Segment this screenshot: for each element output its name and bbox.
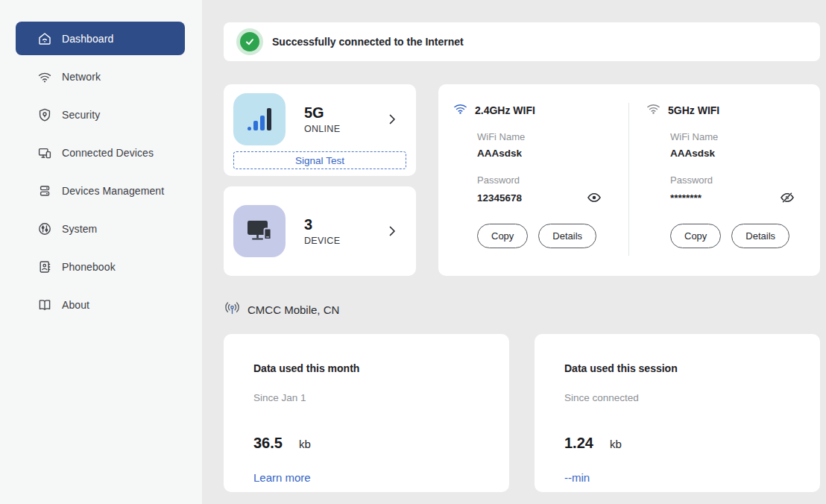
contact-book-icon — [37, 259, 52, 274]
usage-unit: kb — [610, 438, 622, 450]
screens-icon — [37, 145, 52, 160]
sidebar-item-label: Dashboard — [62, 33, 113, 45]
password-label: Password — [670, 174, 795, 186]
usage-card-session: Data used this session Since connected 1… — [535, 334, 820, 492]
server-stack-icon — [37, 183, 52, 198]
chevron-right-icon[interactable] — [385, 113, 399, 126]
device-label: DEVICE — [304, 236, 385, 246]
wifi-name-value: AAAsdsk — [670, 148, 795, 159]
usage-card-month: Data used this month Since Jan 1 36.5 kb… — [224, 334, 509, 492]
home-wifi-icon — [37, 31, 52, 46]
sidebar-item-dashboard[interactable]: Dashboard — [16, 22, 185, 55]
learn-more-link[interactable]: Learn more — [253, 471, 311, 484]
sidebar-item-devices-management[interactable]: Devices Management — [16, 174, 185, 207]
password-value: ******** — [670, 192, 702, 204]
sliders-icon — [37, 221, 52, 236]
sidebar-item-label: Devices Management — [62, 185, 164, 197]
carrier-name: CMCC Mobile, CN — [248, 303, 339, 316]
sidebar-item-about[interactable]: About — [16, 288, 185, 321]
details-button[interactable]: Details — [731, 224, 789, 248]
connection-status-banner: Successfully connected to the Internet — [224, 22, 820, 61]
sidebar-item-security[interactable]: Security — [16, 98, 185, 131]
connection-status: ONLINE — [304, 124, 385, 134]
sidebar-item-label: System — [62, 223, 97, 235]
check-circle-icon — [240, 32, 259, 51]
open-book-icon — [37, 297, 52, 312]
wifi-name-label: WiFi Name — [670, 131, 795, 142]
chevron-right-icon[interactable] — [385, 224, 399, 238]
usage-title: Data used this month — [253, 362, 509, 374]
signal-test-button[interactable]: Signal Test — [233, 151, 406, 169]
details-button[interactable]: Details — [538, 224, 596, 248]
broadcast-icon — [224, 300, 240, 319]
wifi-band-5ghz: 5GHz WIFI WiFi Name AAAsdsk Password ***… — [629, 103, 820, 276]
sidebar-item-label: Security — [62, 109, 100, 121]
connection-card: 5G ONLINE Signal Test — [224, 84, 416, 176]
sidebar: Dashboard Network Security — [0, 0, 202, 504]
wifi-name-label: WiFi Name — [477, 131, 602, 142]
wifi-icon — [37, 69, 52, 84]
sidebar-item-connected-devices[interactable]: Connected Devices — [16, 136, 185, 169]
usage-unit: kb — [299, 438, 311, 450]
wifi-card: 2.4GHz WIFI WiFi Name AAAsdsk Password 1… — [438, 84, 820, 276]
copy-button[interactable]: Copy — [477, 224, 528, 248]
sidebar-item-network[interactable]: Network — [16, 60, 185, 93]
password-value: 12345678 — [477, 192, 522, 204]
sidebar-item-label: Connected Devices — [62, 147, 154, 159]
usage-subtitle: Since connected — [564, 392, 820, 403]
banner-text: Successfully connected to the Internet — [272, 36, 464, 48]
wifi-blue-icon — [453, 103, 467, 118]
band-name: 2.4GHz WIFI — [475, 104, 535, 116]
network-type: 5G — [304, 104, 385, 122]
main-content: Successfully connected to the Internet 5… — [202, 0, 826, 504]
device-count: 3 — [304, 216, 385, 233]
devices-card: 3 DEVICE — [224, 186, 416, 276]
carrier-row: CMCC Mobile, CN — [224, 300, 820, 319]
usage-value: 36.5 — [253, 435, 283, 452]
sidebar-item-label: About — [62, 299, 89, 311]
sidebar-item-system[interactable]: System — [16, 212, 185, 245]
shield-icon — [37, 107, 52, 122]
password-label: Password — [477, 174, 602, 186]
copy-button[interactable]: Copy — [670, 224, 721, 248]
band-name: 5GHz WIFI — [668, 104, 719, 116]
usage-value: 1.24 — [564, 435, 593, 452]
eye-icon[interactable] — [586, 191, 602, 204]
sidebar-item-label: Phonebook — [62, 261, 116, 273]
sidebar-item-label: Network — [62, 71, 101, 83]
eye-off-icon[interactable] — [779, 191, 795, 204]
monitor-icon — [233, 205, 286, 257]
wifi-gray-icon — [646, 103, 661, 118]
sidebar-item-phonebook[interactable]: Phonebook — [16, 250, 185, 283]
wifi-name-value: AAAsdsk — [477, 148, 602, 159]
wifi-band-2-4ghz: 2.4GHz WIFI WiFi Name AAAsdsk Password 1… — [438, 103, 629, 256]
session-duration-link[interactable]: --min — [564, 471, 590, 484]
signal-bars-icon — [233, 93, 286, 145]
usage-subtitle: Since Jan 1 — [253, 392, 509, 403]
usage-title: Data used this session — [564, 362, 820, 374]
